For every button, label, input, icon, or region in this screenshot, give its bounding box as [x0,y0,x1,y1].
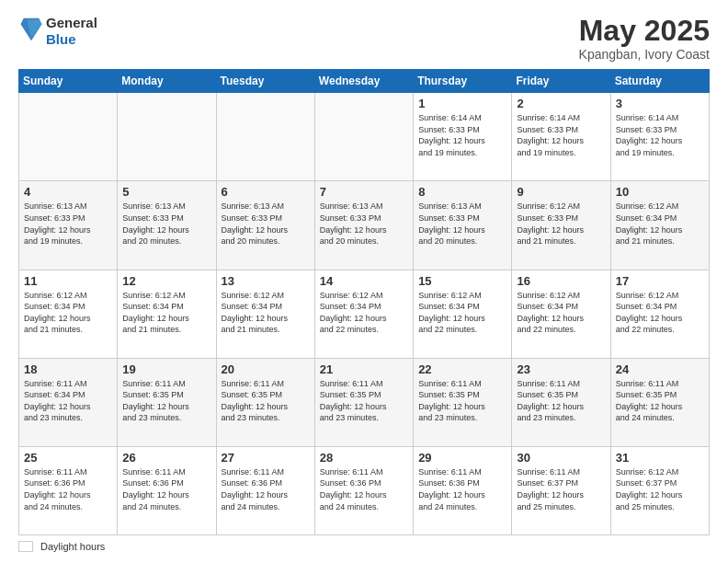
day-info: Sunrise: 6:13 AM Sunset: 6:33 PM Dayligh… [320,201,408,247]
calendar-cell: 10Sunrise: 6:12 AM Sunset: 6:34 PM Dayli… [610,181,709,270]
day-info: Sunrise: 6:13 AM Sunset: 6:33 PM Dayligh… [122,201,210,247]
title-block: May 2025 Kpangban, Ivory Coast [579,15,710,62]
day-info: Sunrise: 6:11 AM Sunset: 6:36 PM Dayligh… [122,466,210,512]
day-info: Sunrise: 6:12 AM Sunset: 6:34 PM Dayligh… [517,290,605,336]
day-info: Sunrise: 6:11 AM Sunset: 6:35 PM Dayligh… [222,378,310,424]
calendar-cell: 9Sunrise: 6:12 AM Sunset: 6:33 PM Daylig… [512,181,610,270]
calendar-cell: 5Sunrise: 6:13 AM Sunset: 6:33 PM Daylig… [118,181,216,270]
day-number: 26 [122,451,210,465]
calendar-header-wednesday: Wednesday [314,70,413,93]
day-info: Sunrise: 6:12 AM Sunset: 6:33 PM Dayligh… [517,201,605,247]
calendar-cell: 12Sunrise: 6:12 AM Sunset: 6:34 PM Dayli… [118,270,216,358]
day-number: 27 [222,451,310,465]
calendar-cell [314,93,413,181]
footer: Daylight hours [18,541,710,552]
day-info: Sunrise: 6:11 AM Sunset: 6:35 PM Dayligh… [418,378,506,424]
day-info: Sunrise: 6:14 AM Sunset: 6:33 PM Dayligh… [616,112,704,158]
calendar-cell: 17Sunrise: 6:12 AM Sunset: 6:34 PM Dayli… [610,270,709,358]
day-number: 29 [418,451,506,465]
day-info: Sunrise: 6:11 AM Sunset: 6:36 PM Dayligh… [320,466,408,512]
day-info: Sunrise: 6:14 AM Sunset: 6:33 PM Dayligh… [517,112,605,158]
day-info: Sunrise: 6:11 AM Sunset: 6:34 PM Dayligh… [24,378,112,424]
day-info: Sunrise: 6:13 AM Sunset: 6:33 PM Dayligh… [418,201,506,247]
calendar-cell: 13Sunrise: 6:12 AM Sunset: 6:34 PM Dayli… [216,270,314,358]
day-number: 21 [320,362,408,376]
day-info: Sunrise: 6:11 AM Sunset: 6:35 PM Dayligh… [122,378,210,424]
day-number: 5 [122,185,210,199]
day-info: Sunrise: 6:12 AM Sunset: 6:34 PM Dayligh… [616,290,704,336]
day-number: 4 [24,185,112,199]
calendar-table: SundayMondayTuesdayWednesdayThursdayFrid… [18,69,710,535]
calendar-cell: 26Sunrise: 6:11 AM Sunset: 6:36 PM Dayli… [118,446,216,534]
calendar-header-thursday: Thursday [414,70,512,93]
day-number: 16 [517,274,605,288]
day-info: Sunrise: 6:12 AM Sunset: 6:34 PM Dayligh… [222,290,310,336]
day-number: 14 [320,274,408,288]
day-number: 24 [616,362,704,376]
calendar-cell: 7Sunrise: 6:13 AM Sunset: 6:33 PM Daylig… [314,181,413,270]
calendar-cell: 6Sunrise: 6:13 AM Sunset: 6:33 PM Daylig… [216,181,314,270]
day-number: 6 [222,185,310,199]
calendar-cell: 18Sunrise: 6:11 AM Sunset: 6:34 PM Dayli… [19,358,118,446]
day-number: 22 [418,362,506,376]
calendar-week-row: 1Sunrise: 6:14 AM Sunset: 6:33 PM Daylig… [19,93,710,181]
logo-general: General [46,15,97,31]
calendar-cell: 21Sunrise: 6:11 AM Sunset: 6:35 PM Dayli… [314,358,413,446]
calendar-cell: 2Sunrise: 6:14 AM Sunset: 6:33 PM Daylig… [512,93,610,181]
calendar-week-row: 25Sunrise: 6:11 AM Sunset: 6:36 PM Dayli… [19,446,710,534]
day-number: 17 [616,274,704,288]
calendar-cell: 3Sunrise: 6:14 AM Sunset: 6:33 PM Daylig… [610,93,709,181]
calendar-cell [19,93,118,181]
day-number: 18 [24,362,112,376]
calendar-week-row: 18Sunrise: 6:11 AM Sunset: 6:34 PM Dayli… [19,358,710,446]
calendar-cell: 16Sunrise: 6:12 AM Sunset: 6:34 PM Dayli… [512,270,610,358]
day-number: 7 [320,185,408,199]
calendar-cell: 15Sunrise: 6:12 AM Sunset: 6:34 PM Dayli… [414,270,512,358]
calendar-cell: 24Sunrise: 6:11 AM Sunset: 6:35 PM Dayli… [610,358,709,446]
day-number: 25 [24,451,112,465]
calendar-cell: 29Sunrise: 6:11 AM Sunset: 6:36 PM Dayli… [414,446,512,534]
day-info: Sunrise: 6:11 AM Sunset: 6:35 PM Dayligh… [517,378,605,424]
calendar-cell: 19Sunrise: 6:11 AM Sunset: 6:35 PM Dayli… [118,358,216,446]
logo-blue: Blue [46,31,97,48]
calendar-cell [118,93,216,181]
day-number: 13 [222,274,310,288]
calendar-header-sunday: Sunday [19,70,118,93]
day-info: Sunrise: 6:12 AM Sunset: 6:34 PM Dayligh… [24,290,112,336]
day-info: Sunrise: 6:14 AM Sunset: 6:33 PM Dayligh… [418,112,506,158]
day-info: Sunrise: 6:11 AM Sunset: 6:35 PM Dayligh… [320,378,408,424]
calendar-cell: 1Sunrise: 6:14 AM Sunset: 6:33 PM Daylig… [414,93,512,181]
day-number: 9 [517,185,605,199]
day-info: Sunrise: 6:13 AM Sunset: 6:33 PM Dayligh… [24,201,112,247]
calendar-week-row: 11Sunrise: 6:12 AM Sunset: 6:34 PM Dayli… [19,270,710,358]
day-info: Sunrise: 6:13 AM Sunset: 6:33 PM Dayligh… [222,201,310,247]
day-info: Sunrise: 6:11 AM Sunset: 6:35 PM Dayligh… [616,378,704,424]
calendar-header-row: SundayMondayTuesdayWednesdayThursdayFrid… [19,70,710,93]
calendar-header-friday: Friday [512,70,610,93]
calendar-cell: 30Sunrise: 6:11 AM Sunset: 6:37 PM Dayli… [512,446,610,534]
logo-icon [20,17,42,42]
day-number: 12 [122,274,210,288]
day-info: Sunrise: 6:12 AM Sunset: 6:34 PM Dayligh… [418,290,506,336]
calendar-cell: 8Sunrise: 6:13 AM Sunset: 6:33 PM Daylig… [414,181,512,270]
logo: General Blue [18,15,97,48]
day-number: 23 [517,362,605,376]
calendar-cell: 22Sunrise: 6:11 AM Sunset: 6:35 PM Dayli… [414,358,512,446]
day-info: Sunrise: 6:11 AM Sunset: 6:37 PM Dayligh… [517,466,605,512]
day-number: 28 [320,451,408,465]
day-info: Sunrise: 6:12 AM Sunset: 6:34 PM Dayligh… [122,290,210,336]
calendar-header-monday: Monday [118,70,216,93]
day-number: 31 [616,451,704,465]
month-title: May 2025 [579,15,710,47]
day-info: Sunrise: 6:12 AM Sunset: 6:34 PM Dayligh… [616,201,704,247]
calendar-cell: 14Sunrise: 6:12 AM Sunset: 6:34 PM Dayli… [314,270,413,358]
calendar-week-row: 4Sunrise: 6:13 AM Sunset: 6:33 PM Daylig… [19,181,710,270]
day-number: 15 [418,274,506,288]
day-info: Sunrise: 6:12 AM Sunset: 6:34 PM Dayligh… [320,290,408,336]
location: Kpangban, Ivory Coast [579,47,710,62]
calendar-cell [216,93,314,181]
calendar-cell: 31Sunrise: 6:12 AM Sunset: 6:37 PM Dayli… [610,446,709,534]
calendar-cell: 11Sunrise: 6:12 AM Sunset: 6:34 PM Dayli… [19,270,118,358]
day-number: 1 [418,97,506,110]
day-info: Sunrise: 6:11 AM Sunset: 6:36 PM Dayligh… [24,466,112,512]
